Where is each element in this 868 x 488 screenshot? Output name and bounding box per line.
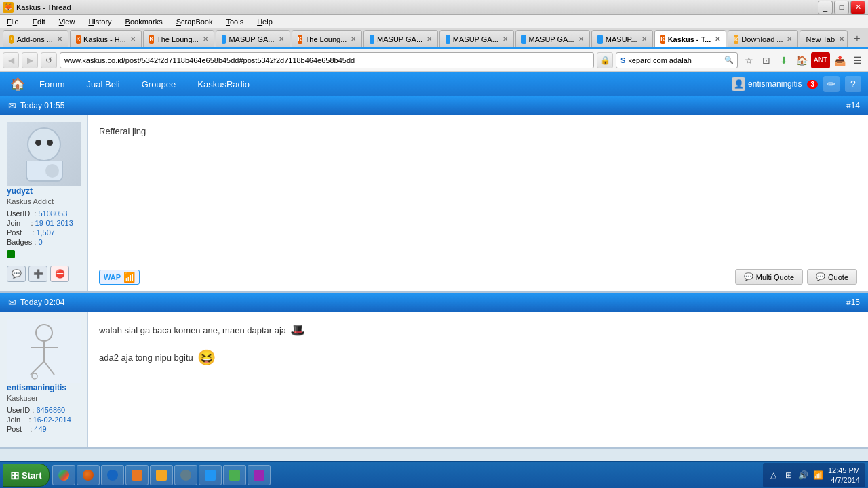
page-content: ✉ Today 01:55 #14 <box>0 96 868 461</box>
menu-edit[interactable]: Edit <box>28 16 50 27</box>
post-15-line1: walah sial ga baca komen ane, maen dapta… <box>99 321 857 340</box>
avatar-icon[interactable]: ANT <box>811 52 830 68</box>
post-14-multi-quote-button[interactable]: 💬 Multi Quote <box>735 269 803 285</box>
post-14-quote-button[interactable]: 💬 Quote <box>807 269 857 285</box>
svg-line-3 <box>31 361 44 375</box>
tab-masup3-close[interactable]: ✕ <box>502 35 508 43</box>
maximize-button[interactable]: □ <box>834 1 849 14</box>
nav-jual-beli[interactable]: Jual Beli <box>76 72 131 96</box>
edit-nav-button[interactable]: ✏ <box>823 76 840 92</box>
tab-kaskus-t-close[interactable]: ✕ <box>715 35 720 43</box>
tab-masup5-close[interactable]: ✕ <box>642 35 647 43</box>
tab-masup2-label: MASUP GA... <box>377 35 422 43</box>
menu-scrapbook[interactable]: ScrapBook <box>172 16 217 27</box>
post-14-body: yudyzt Kaskus Addict UserID : 5108053 Jo… <box>0 115 868 293</box>
home-nav-button[interactable]: 🏠 <box>7 73 28 95</box>
bookmark-star-icon[interactable]: ☆ <box>741 52 757 68</box>
send-message-button[interactable]: 💬 <box>7 266 26 282</box>
menu-view[interactable]: View <box>55 16 79 27</box>
post-14-post-count: Post : 1,507 <box>7 228 81 237</box>
tab-newtab-label: New Tab <box>806 35 835 43</box>
tab-kaskus-t[interactable]: K Kaskus - T... ✕ <box>654 30 727 47</box>
post-14-username[interactable]: yudyzt <box>7 186 81 196</box>
title-bar: 🦊 Kaskus - Thread _ □ ✕ <box>0 0 868 15</box>
tab-lounge1-label: The Loung... <box>157 35 199 43</box>
tab-download[interactable]: K Download ... ✕ <box>728 30 798 47</box>
taskbar-firefox[interactable] <box>77 465 100 485</box>
url-bar[interactable] <box>60 52 594 68</box>
search-go-button[interactable]: 🔍 <box>724 56 734 64</box>
new-tab-button[interactable]: + <box>849 30 865 47</box>
tab-lounge2-close[interactable]: ✕ <box>351 35 356 43</box>
tab-masup5[interactable]: MASUP... ✕ <box>591 30 653 47</box>
post-15-header: ✉ Today 02:04 #15 <box>0 293 868 312</box>
home-icon[interactable]: 🏠 <box>793 52 810 68</box>
tab-masup1-close[interactable]: ✕ <box>279 35 284 43</box>
title-bar-text: Kaskus - Thread <box>16 3 71 12</box>
report-button[interactable]: ⛔ <box>50 266 69 282</box>
tab-lounge1-close[interactable]: ✕ <box>203 35 208 43</box>
svg-line-4 <box>44 361 54 375</box>
tab-kaskus-h[interactable]: K Kaskus - H... ✕ <box>70 30 142 47</box>
taskbar: ⊞ Start <box>0 461 868 488</box>
help-nav-button[interactable]: ? <box>845 76 861 92</box>
minimize-button[interactable]: _ <box>818 1 833 14</box>
tab-masup4-close[interactable]: ✕ <box>578 35 584 43</box>
tab-masup4[interactable]: MASUP GA... ✕ <box>515 30 590 47</box>
close-button[interactable]: ✕ <box>850 1 865 14</box>
notification-badge[interactable]: 3 <box>807 80 818 89</box>
menu-icon[interactable]: ☰ <box>849 52 865 68</box>
tab-addons-close[interactable]: ✕ <box>57 35 62 43</box>
start-label: Start <box>22 470 42 481</box>
tab-newtab[interactable]: New Tab ✕ <box>800 30 847 47</box>
forward-button[interactable]: ▶ <box>22 52 38 68</box>
svg-point-0 <box>36 325 52 341</box>
wap-icon: WAP <box>104 273 121 281</box>
tab-kaskus-h-close[interactable]: ✕ <box>130 35 136 43</box>
tab-masup2[interactable]: MASUP GA... ✕ <box>363 30 438 47</box>
post-15-join: Join : 16-02-2014 <box>7 415 81 424</box>
ie-icon <box>107 470 118 481</box>
toolbar-icons: ☆ ⊡ ⬇ 🏠 ANT 📤 ☰ <box>741 52 865 68</box>
nav-groupee[interactable]: Groupee <box>131 72 187 96</box>
nav-forum[interactable]: Forum <box>28 72 76 96</box>
tab-masup2-close[interactable]: ✕ <box>427 35 432 43</box>
post-14-content: Refferal jing WAP 📶 💬 Multi Quote <box>88 115 868 291</box>
title-bar-controls[interactable]: _ □ ✕ <box>818 1 865 14</box>
taskbar-vlc[interactable] <box>125 465 149 485</box>
windows-icon: ⊞ <box>10 469 19 482</box>
tab-kaskus-h-label: Kaskus - H... <box>83 35 126 43</box>
taskbar-ie[interactable] <box>101 465 124 485</box>
back-button[interactable]: ◀ <box>3 52 19 68</box>
taskbar-3g[interactable] <box>199 465 222 485</box>
tab-masup3[interactable]: MASUP GA... ✕ <box>439 30 514 47</box>
tab-lounge1[interactable]: K The Loung... ✕ <box>143 30 214 47</box>
tab-masup1[interactable]: MASUP GA... ✕ <box>216 30 290 47</box>
taskbar-paint[interactable] <box>248 465 271 485</box>
nav-kaskus-radio[interactable]: KaskusRadio <box>186 72 260 96</box>
search-input[interactable] <box>628 56 722 64</box>
tab-lounge2[interactable]: K The Loung... ✕ <box>292 30 363 47</box>
taskbar-chrome[interactable] <box>52 465 75 485</box>
menu-file[interactable]: File <box>3 16 23 27</box>
reload-button[interactable]: ↺ <box>41 52 57 68</box>
post-15-header-left: ✉ Today 02:04 <box>8 297 64 308</box>
share-icon[interactable]: 📤 <box>831 52 848 68</box>
refresh-page-icon[interactable]: ⊡ <box>758 52 774 68</box>
menu-bar: File Edit View History Bookmarks ScrapBo… <box>0 15 868 28</box>
download-arrow-icon[interactable]: ⬇ <box>776 52 792 68</box>
tab-newtab-close[interactable]: ✕ <box>839 35 844 43</box>
user-avatar-nav[interactable]: 👤 entismaningitis <box>732 77 802 91</box>
post-15-username[interactable]: entismaningitis <box>7 383 81 392</box>
taskbar-settings[interactable] <box>174 465 197 485</box>
menu-tools[interactable]: Tools <box>222 16 248 27</box>
start-button[interactable]: ⊞ Start <box>3 464 50 487</box>
menu-history[interactable]: History <box>84 16 115 27</box>
menu-bookmarks[interactable]: Bookmarks <box>121 16 167 27</box>
taskbar-folder[interactable] <box>150 465 173 485</box>
tab-download-close[interactable]: ✕ <box>787 35 792 43</box>
menu-help[interactable]: Help <box>253 16 277 27</box>
add-friend-button[interactable]: ➕ <box>28 266 47 282</box>
tab-addons[interactable]: + Add-ons ... ✕ <box>3 30 68 47</box>
taskbar-network[interactable] <box>223 465 246 485</box>
